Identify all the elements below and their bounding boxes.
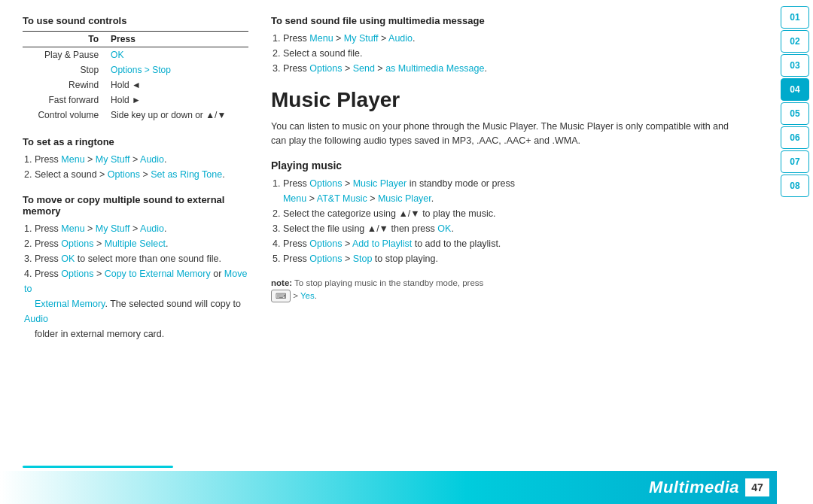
- sound-controls-table: To Press Play & Pause OK Stop Options > …: [23, 31, 248, 123]
- footer-section-label: Multimedia: [649, 478, 739, 497]
- playing-music-section: Playing music 1. Press Options > Music P…: [271, 159, 732, 303]
- send-sound-list: 1. Press Menu > My Stuff > Audio. 2. Sel…: [271, 31, 732, 76]
- list-item: 5. Press Options > Stop to stop playing.: [271, 251, 732, 266]
- list-item: 4. Press Options > Add to Playlist to ad…: [271, 236, 732, 251]
- tab-06[interactable]: 06: [781, 126, 809, 149]
- press-volume: Side key up or down or ▲/▼: [105, 108, 248, 123]
- list-item: 2. Press Options > Multiple Select.: [23, 236, 248, 251]
- list-item: 1. Press Options > Music Player in stand…: [271, 176, 732, 206]
- sound-controls-title: To use sound controls: [23, 15, 248, 26]
- side-tabs: 01 02 03 04 05 06 07 08: [777, 0, 813, 504]
- col-to-header: To: [23, 32, 105, 47]
- action-stop: Stop: [23, 62, 105, 77]
- press-rewind: Hold ◄: [105, 77, 248, 93]
- tab-01[interactable]: 01: [781, 6, 809, 29]
- tab-05[interactable]: 05: [781, 102, 809, 125]
- send-sound-title: To send sound file using multimedia mess…: [271, 15, 732, 26]
- left-column: To use sound controls To Press Play & Pa…: [23, 15, 248, 489]
- copy-title: To move or copy multiple sound to extern…: [23, 194, 248, 217]
- col-press-header: Press: [105, 32, 248, 47]
- table-row: Stop Options > Stop: [23, 62, 248, 77]
- table-row: Play & Pause OK: [23, 47, 248, 63]
- ringtone-title: To set as a ringtone: [23, 136, 248, 147]
- list-item: 2. Select a sound file.: [271, 46, 732, 61]
- bottom-decoration: [23, 466, 173, 468]
- press-play-pause: OK: [105, 47, 248, 63]
- list-item: 3. Press OK to select more than one soun…: [23, 251, 248, 266]
- action-volume: Control volume: [23, 108, 105, 123]
- footer-page-number: 47: [745, 478, 769, 496]
- table-row: Fast forward Hold ►: [23, 93, 248, 108]
- list-item: 1. Press Menu > My Stuff > Audio.: [271, 31, 732, 46]
- tab-02[interactable]: 02: [781, 30, 809, 53]
- main-content: To use sound controls To Press Play & Pa…: [0, 0, 777, 504]
- list-item: 2. Select the categorize using ▲/▼ to pl…: [271, 206, 732, 221]
- action-play-pause: Play & Pause: [23, 47, 105, 63]
- ringtone-section: To set as a ringtone 1. Press Menu > My …: [23, 136, 248, 182]
- list-item: 2. Select a sound > Options > Set as Rin…: [23, 167, 248, 182]
- action-fastforward: Fast forward: [23, 93, 105, 108]
- copy-section: To move or copy multiple sound to extern…: [23, 194, 248, 342]
- list-item: 1. Press Menu > My Stuff > Audio.: [23, 221, 248, 236]
- music-player-description: You can listen to music on your phone th…: [271, 120, 732, 149]
- music-player-title: Music Player: [271, 88, 732, 112]
- table-row: Rewind Hold ◄: [23, 77, 248, 93]
- page-container: 01 02 03 04 05 06 07 08 To use sound con…: [0, 0, 813, 504]
- right-column: To send sound file using multimedia mess…: [271, 15, 732, 489]
- key-icon: ⌨: [271, 290, 291, 302]
- ringtone-list: 1. Press Menu > My Stuff > Audio. 2. Sel…: [23, 152, 248, 182]
- note-text: note: To stop playing music in the stand…: [271, 277, 732, 303]
- list-item: 1. Press Menu > My Stuff > Audio.: [23, 152, 248, 167]
- copy-list: 1. Press Menu > My Stuff > Audio. 2. Pre…: [23, 221, 248, 342]
- tab-08[interactable]: 08: [781, 175, 809, 197]
- footer-bar: Multimedia 47: [0, 471, 777, 504]
- list-item: 3. Select the file using ▲/▼ then press …: [271, 221, 732, 236]
- sound-controls-section: To use sound controls To Press Play & Pa…: [23, 15, 248, 123]
- list-item: 3. Press Options > Send > as Multimedia …: [271, 61, 732, 76]
- tab-07[interactable]: 07: [781, 150, 809, 173]
- send-sound-section: To send sound file using multimedia mess…: [271, 15, 732, 76]
- list-item: 4. Press Options > Copy to External Memo…: [23, 266, 248, 342]
- table-row: Control volume Side key up or down or ▲/…: [23, 108, 248, 123]
- action-rewind: Rewind: [23, 77, 105, 93]
- press-stop: Options > Stop: [105, 62, 248, 77]
- press-fastforward: Hold ►: [105, 93, 248, 108]
- tab-04[interactable]: 04: [781, 78, 809, 101]
- tab-03[interactable]: 03: [781, 54, 809, 77]
- playing-music-list: 1. Press Options > Music Player in stand…: [271, 176, 732, 266]
- playing-music-title: Playing music: [271, 159, 732, 172]
